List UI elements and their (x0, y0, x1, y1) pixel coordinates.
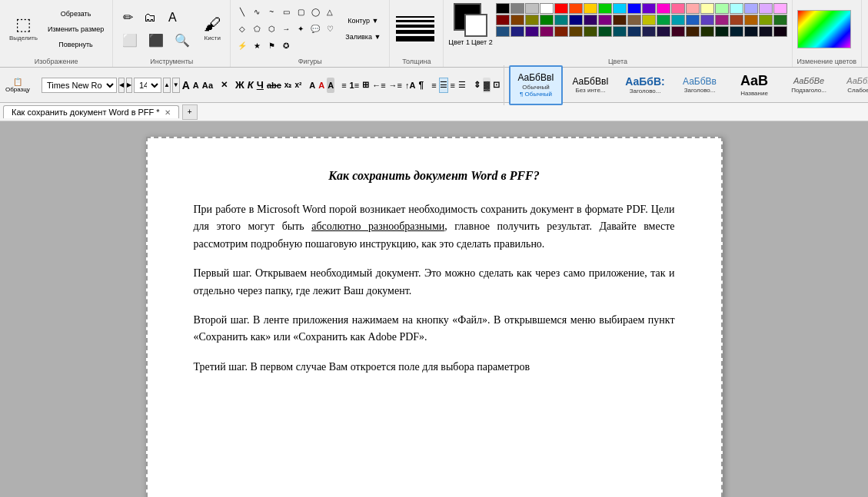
rrect-button[interactable]: ▢ (294, 5, 308, 20)
align-center-button[interactable]: ☰ (439, 78, 448, 93)
contour-button[interactable]: Контур ▼ (341, 14, 384, 28)
color-swatch[interactable] (700, 15, 714, 25)
line-button[interactable]: ╲ (235, 5, 249, 20)
font-size-up[interactable]: ▲ (163, 78, 171, 93)
highlight-button[interactable]: A (308, 78, 316, 93)
color-swatch-black[interactable] (496, 3, 510, 14)
thickness-4[interactable] (396, 30, 434, 34)
style-no-interval[interactable]: АаБбВвI Без инте... (564, 65, 617, 105)
color-swatch[interactable] (496, 15, 510, 25)
document-page[interactable]: Как сохранить документ Word в PFF? При р… (146, 137, 723, 497)
style-title[interactable]: АаB Название (727, 65, 781, 105)
color-swatch[interactable] (510, 3, 524, 14)
border-button[interactable]: ⊡ (492, 78, 501, 93)
color-swatch[interactable] (525, 15, 539, 25)
color-swatch[interactable] (525, 26, 539, 37)
select-button[interactable]: ⬚ Выделить (5, 6, 42, 52)
star5-button[interactable]: ★ (250, 38, 264, 54)
style-normal[interactable]: АаБбВвI Обычный ¶ Обычный (509, 65, 563, 105)
color-swatch[interactable] (642, 26, 656, 37)
color-swatch[interactable] (686, 15, 700, 25)
color-swatch[interactable] (715, 15, 729, 25)
color-swatch-yellow[interactable] (584, 3, 597, 14)
color-swatch[interactable] (569, 26, 583, 37)
color-swatch[interactable] (759, 15, 773, 25)
color-swatch[interactable] (759, 3, 773, 14)
font-grow-button[interactable]: A (181, 78, 191, 93)
color-swatch[interactable] (759, 26, 773, 37)
color-swatch[interactable] (613, 3, 627, 14)
color-swatch[interactable] (715, 3, 729, 14)
shading-button[interactable]: ▓ (483, 78, 491, 93)
strikethrough-button[interactable]: abc (266, 78, 282, 93)
style-heading2[interactable]: АаБбВв Заголово... (673, 65, 727, 105)
color-swatch[interactable] (510, 26, 524, 37)
clear-format-button[interactable]: ✕ (220, 78, 228, 93)
color-swatch[interactable] (598, 26, 612, 37)
color-swatch[interactable] (671, 3, 685, 14)
bold-button[interactable]: Ж (234, 78, 245, 93)
color-swatch[interactable] (744, 15, 758, 25)
color-swatch[interactable] (700, 3, 714, 14)
pilcrow-button[interactable]: ¶ (417, 78, 424, 93)
heart-button[interactable]: ♡ (323, 22, 337, 37)
color-swatch[interactable] (613, 26, 627, 37)
multilevel-list-button[interactable]: ⊞ (361, 78, 370, 93)
select2-button[interactable]: ⬛ (144, 30, 168, 51)
italic-button[interactable]: К (247, 78, 254, 93)
freehand-button[interactable]: ~ (264, 5, 278, 20)
sample-button[interactable]: 📋 Образцу (3, 75, 32, 96)
color-swatch[interactable] (627, 26, 641, 37)
color-swatch-white[interactable] (540, 3, 554, 14)
color-swatch[interactable] (496, 26, 510, 37)
curve-button[interactable]: ∿ (250, 5, 264, 20)
line-spacing-button[interactable]: ⇕ (473, 78, 481, 93)
color-swatch[interactable] (642, 3, 656, 14)
case-button[interactable]: Аа (201, 78, 214, 93)
color-swatch[interactable] (569, 15, 583, 25)
ellipse-button[interactable]: ◯ (308, 5, 322, 20)
font-size-select[interactable]: 14 (134, 78, 161, 93)
thickness-1[interactable] (396, 16, 434, 18)
eraser-button[interactable]: ⬜ (118, 30, 142, 51)
color-swatch[interactable] (598, 15, 612, 25)
color-swatch[interactable] (686, 26, 700, 37)
crop-button[interactable]: Обрезать (44, 6, 108, 21)
color-swatch[interactable] (584, 26, 597, 37)
font-name-next[interactable]: ▶ (126, 78, 132, 93)
align-left-button[interactable]: ≡ (431, 78, 437, 93)
color-swatch[interactable] (569, 3, 583, 14)
arrow-button[interactable]: → (279, 22, 293, 37)
color-swatch-blue[interactable] (627, 3, 641, 14)
color-palette-icon[interactable] (797, 10, 851, 48)
color-swatch[interactable] (730, 26, 743, 37)
sort-button[interactable]: ↑A (404, 78, 416, 93)
style-subtitle[interactable]: АаБбВе Подзаголо... (782, 65, 836, 105)
hexagon-button[interactable]: ⬡ (264, 22, 278, 37)
color-swatch[interactable] (657, 26, 670, 37)
pencil-button[interactable]: ✏ (118, 7, 138, 28)
lightning-button[interactable]: ⚡ (235, 38, 249, 54)
color-swatch[interactable] (773, 26, 787, 37)
color-swatch[interactable] (554, 15, 568, 25)
font-name-select[interactable]: Times New Ro (42, 78, 117, 93)
text-color-button[interactable]: A (318, 78, 325, 93)
color-swatch[interactable] (744, 26, 758, 37)
numbered-list-button[interactable]: 1≡ (349, 78, 361, 93)
star4-button[interactable]: ✦ (294, 22, 308, 37)
font-name-prev[interactable]: ◀ (118, 78, 125, 93)
increase-indent-button[interactable]: →≡ (388, 78, 403, 93)
resize-button[interactable]: Изменить размер (44, 22, 108, 36)
superscript-button[interactable]: x² (294, 78, 302, 93)
color-swatch-red[interactable] (554, 3, 568, 14)
color1-swatch[interactable] (454, 3, 487, 37)
color-swatch[interactable] (554, 26, 568, 37)
color-swatch[interactable] (773, 15, 787, 25)
color-swatch[interactable] (540, 26, 554, 37)
color-swatch[interactable] (657, 15, 670, 25)
custom1-button[interactable]: ✪ (279, 38, 293, 54)
triangle-button[interactable]: △ (323, 5, 337, 20)
color-swatch[interactable] (715, 26, 729, 37)
thickness-3[interactable] (396, 25, 434, 28)
thickness-5[interactable] (396, 36, 434, 41)
